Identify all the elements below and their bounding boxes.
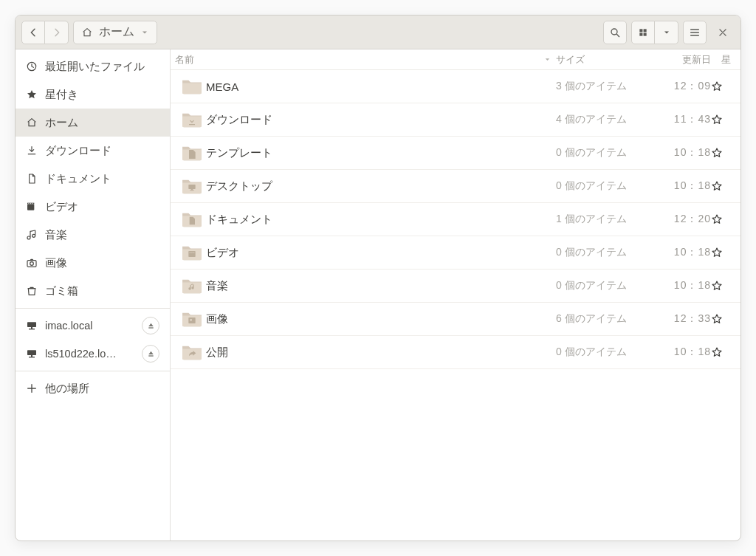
sidebar-item-trash[interactable]: ゴミ箱 <box>16 277 170 305</box>
column-header-label: 名前 <box>175 53 194 66</box>
file-size: 0 個のアイテム <box>556 179 652 193</box>
file-name: ドキュメント <box>206 213 556 227</box>
caret-down-icon <box>140 28 149 37</box>
sidebar-item-label: ダウンロード <box>45 144 159 158</box>
file-name: ダウンロード <box>206 113 556 127</box>
search-button[interactable] <box>603 21 627 44</box>
chevron-left-icon <box>27 27 39 38</box>
file-row[interactable]: 画像6 個のアイテム12：33 <box>171 303 740 336</box>
back-button[interactable] <box>21 21 45 44</box>
plus-icon <box>26 382 38 394</box>
view-dropdown-button[interactable] <box>655 21 678 44</box>
star-toggle[interactable] <box>711 114 740 126</box>
star-toggle[interactable] <box>711 180 740 192</box>
sidebar-item-label: 星付き <box>45 88 159 102</box>
column-header-date[interactable]: 更新日 <box>652 53 711 66</box>
sidebar-item-download[interactable]: ダウンロード <box>16 137 170 165</box>
sort-indicator-icon <box>543 55 551 64</box>
file-manager-window: ホーム 最近開いたファイル星付きホームダウンロードドキュメントビデオ音楽画像ゴミ… <box>15 15 741 541</box>
sidebar-separator <box>16 371 170 371</box>
file-row[interactable]: 音楽0 個のアイテム10：18 <box>171 270 740 303</box>
sidebar-item-label: ls510d22e.lo… <box>45 348 134 360</box>
sidebar-item-star[interactable]: 星付き <box>16 80 170 109</box>
home-icon <box>81 27 93 38</box>
sidebar-item-video[interactable]: ビデオ <box>16 193 170 221</box>
folder-icon <box>178 144 206 162</box>
music-icon <box>26 229 38 241</box>
sidebar-separator <box>16 308 170 309</box>
search-icon <box>609 27 621 38</box>
sidebar-item-document[interactable]: ドキュメント <box>16 165 170 193</box>
folder-icon <box>178 78 206 95</box>
file-date: 12：33 <box>652 312 711 326</box>
file-size: 6 個のアイテム <box>556 312 652 326</box>
toolbar: ホーム <box>16 16 740 49</box>
sidebar-item-label: 音楽 <box>45 228 159 242</box>
folder-icon <box>178 244 206 261</box>
file-row[interactable]: ダウンロード4 個のアイテム11：43 <box>171 103 740 137</box>
caret-down-icon <box>662 28 671 37</box>
file-row[interactable]: MEGA3 個のアイテム12：09 <box>171 70 740 103</box>
sidebar-item-network[interactable]: imac.local <box>16 312 170 340</box>
column-header-star[interactable]: 星 <box>711 53 740 66</box>
forward-button[interactable] <box>45 21 69 44</box>
view-mode-group <box>631 21 678 44</box>
column-header-size[interactable]: サイズ <box>556 53 652 66</box>
location-bar[interactable]: ホーム <box>73 21 157 44</box>
sidebar-item-label: imac.local <box>45 320 134 332</box>
star-toggle[interactable] <box>711 213 740 225</box>
sidebar-item-home[interactable]: ホーム <box>16 109 170 137</box>
file-name: 公開 <box>206 346 556 360</box>
sidebar-item-music[interactable]: 音楽 <box>16 221 170 249</box>
file-size: 0 個のアイテム <box>556 246 652 259</box>
file-size: 3 個のアイテム <box>556 80 652 93</box>
hamburger-menu-button[interactable] <box>683 21 707 44</box>
sidebar-item-network[interactable]: ls510d22e.lo… <box>16 340 170 368</box>
file-row[interactable]: 公開0 個のアイテム10：18 <box>171 336 740 369</box>
sidebar-item-label: 画像 <box>45 256 159 270</box>
network-icon <box>26 320 38 332</box>
file-row[interactable]: ビデオ0 個のアイテム10：18 <box>171 236 740 270</box>
star-toggle[interactable] <box>711 80 740 92</box>
eject-button[interactable] <box>142 317 159 334</box>
file-row[interactable]: デスクトップ0 個のアイテム10：18 <box>171 170 740 203</box>
file-size: 0 個のアイテム <box>556 146 652 159</box>
sidebar-item-label: ホーム <box>45 116 159 130</box>
file-date: 11：43 <box>652 113 711 126</box>
file-row[interactable]: テンプレート0 個のアイテム10：18 <box>171 137 740 170</box>
sidebar-item-other-locations[interactable]: 他の場所 <box>16 374 170 402</box>
sidebar: 最近開いたファイル星付きホームダウンロードドキュメントビデオ音楽画像ゴミ箱 im… <box>16 49 171 540</box>
file-name: 音楽 <box>206 279 556 293</box>
star-toggle[interactable] <box>711 313 740 325</box>
file-list-pane: 名前 サイズ 更新日 星 MEGA3 個のアイテム12：09ダウンロード4 個の… <box>171 49 740 540</box>
video-icon <box>26 201 38 213</box>
view-grid-button[interactable] <box>631 21 655 44</box>
column-header-name[interactable]: 名前 <box>175 53 556 66</box>
close-window-button[interactable] <box>711 21 735 44</box>
sidebar-item-picture[interactable]: 画像 <box>16 249 170 277</box>
file-name: 画像 <box>206 312 556 326</box>
sidebar-item-label: 最近開いたファイル <box>45 60 159 74</box>
file-name: テンプレート <box>206 146 556 160</box>
file-size: 0 個のアイテム <box>556 279 652 292</box>
star-icon <box>26 89 38 100</box>
file-rows: MEGA3 個のアイテム12：09ダウンロード4 個のアイテム11：43テンプレ… <box>171 70 740 540</box>
sidebar-item-clock[interactable]: 最近開いたファイル <box>16 52 170 80</box>
column-header-label: サイズ <box>556 54 585 65</box>
folder-icon <box>178 210 206 228</box>
file-date: 10：18 <box>652 179 711 193</box>
file-size: 1 個のアイテム <box>556 213 652 226</box>
document-icon <box>26 173 38 185</box>
close-icon <box>718 27 728 38</box>
eject-button[interactable] <box>142 345 159 363</box>
star-toggle[interactable] <box>711 346 740 358</box>
network-icon <box>26 348 38 360</box>
file-date: 10：18 <box>652 346 711 359</box>
star-toggle[interactable] <box>711 247 740 258</box>
file-row[interactable]: ドキュメント1 個のアイテム12：20 <box>171 203 740 236</box>
file-date: 10：18 <box>652 146 711 159</box>
chevron-right-icon <box>51 27 63 38</box>
star-toggle[interactable] <box>711 147 740 159</box>
star-toggle[interactable] <box>711 280 740 292</box>
file-date: 10：18 <box>652 279 711 292</box>
